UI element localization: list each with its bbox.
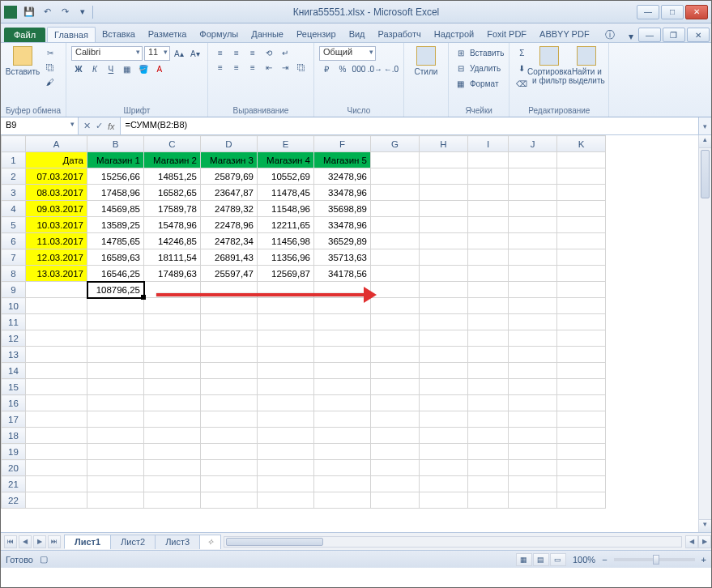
cell-I10[interactable]	[468, 298, 509, 314]
scroll-down-button[interactable]: ▾	[699, 519, 711, 532]
ribbon-tab-разработч[interactable]: Разработч	[372, 27, 428, 42]
cell-B18[interactable]	[87, 428, 144, 444]
col-header-H[interactable]: H	[420, 136, 468, 152]
ribbon-tab-вид[interactable]: Вид	[343, 27, 372, 42]
doc-minimize-button[interactable]: —	[638, 28, 661, 42]
cell-J6[interactable]	[509, 233, 557, 249]
cell-E19[interactable]	[258, 444, 314, 460]
cell-C17[interactable]	[144, 411, 201, 428]
next-sheet-button[interactable]: ▶	[33, 535, 46, 548]
cell-D10[interactable]	[201, 298, 258, 314]
cell-J5[interactable]	[509, 217, 557, 233]
cell-E20[interactable]	[258, 460, 314, 476]
cell-I7[interactable]	[468, 249, 509, 266]
cell-B7[interactable]: 16589,63	[87, 249, 144, 266]
cell-H20[interactable]	[420, 460, 468, 476]
cell-D20[interactable]	[201, 460, 258, 476]
cell-G3[interactable]	[371, 185, 420, 201]
undo-button[interactable]: ↶	[40, 5, 54, 19]
styles-button[interactable]: Стили	[409, 46, 443, 76]
cell-B5[interactable]: 13589,25	[87, 217, 144, 233]
cell-E12[interactable]	[258, 330, 314, 347]
cell-I2[interactable]	[468, 168, 509, 185]
cell-K2[interactable]	[557, 168, 606, 185]
cell-E18[interactable]	[258, 428, 314, 444]
cell-J21[interactable]	[509, 476, 557, 492]
cell-F19[interactable]	[314, 444, 371, 460]
ribbon-tab-данные[interactable]: Данные	[245, 27, 290, 42]
cell-J10[interactable]	[509, 298, 557, 314]
cell-H3[interactable]	[420, 185, 468, 201]
cell-B21[interactable]	[87, 476, 144, 492]
cell-H11[interactable]	[420, 314, 468, 330]
cell-J15[interactable]	[509, 379, 557, 395]
row-header-12[interactable]: 12	[2, 330, 26, 347]
cell-C9[interactable]	[144, 282, 201, 298]
cell-K10[interactable]	[557, 298, 606, 314]
decrease-indent-button[interactable]: ⇤	[262, 61, 276, 74]
cell-A16[interactable]	[26, 395, 87, 411]
cell-D15[interactable]	[201, 379, 258, 395]
cell-B12[interactable]	[87, 330, 144, 347]
cell-A19[interactable]	[26, 444, 87, 460]
cell-E8[interactable]: 12569,87	[258, 266, 314, 282]
cell-J8[interactable]	[509, 266, 557, 282]
sheet-tab-лист1[interactable]: Лист1	[64, 535, 111, 549]
cell-K1[interactable]	[557, 152, 606, 168]
merge-button[interactable]: ⿻	[294, 61, 309, 74]
cell-A14[interactable]	[26, 363, 87, 379]
select-all-corner[interactable]	[2, 136, 26, 152]
col-header-D[interactable]: D	[201, 136, 258, 152]
cell-C8[interactable]: 17489,63	[144, 266, 201, 282]
cell-D5[interactable]: 22478,96	[201, 217, 258, 233]
page-layout-view-button[interactable]: ▤	[533, 553, 549, 566]
row-header-18[interactable]: 18	[2, 428, 26, 444]
cell-K8[interactable]	[557, 266, 606, 282]
accept-formula-icon[interactable]: ✓	[96, 121, 103, 131]
cell-J3[interactable]	[509, 185, 557, 201]
cell-C2[interactable]: 14851,25	[144, 168, 201, 185]
cell-F2[interactable]: 32478,96	[314, 168, 371, 185]
wrap-text-button[interactable]: ↵	[278, 46, 292, 59]
ribbon-tab-вставка[interactable]: Вставка	[96, 27, 142, 42]
prev-sheet-button[interactable]: ◀	[19, 535, 32, 548]
row-header-3[interactable]: 3	[2, 185, 26, 201]
cell-F5[interactable]: 33478,96	[314, 217, 371, 233]
cell-F9[interactable]	[314, 282, 371, 298]
cell-A5[interactable]: 10.03.2017	[26, 217, 87, 233]
cell-J11[interactable]	[509, 314, 557, 330]
cell-C4[interactable]: 17589,78	[144, 201, 201, 217]
cell-H10[interactable]	[420, 298, 468, 314]
cell-D6[interactable]: 24782,34	[201, 233, 258, 249]
cell-B14[interactable]	[87, 363, 144, 379]
cell-C21[interactable]	[144, 476, 201, 492]
cell-J20[interactable]	[509, 460, 557, 476]
qat-customize[interactable]: ▾	[75, 5, 90, 19]
cell-I20[interactable]	[468, 460, 509, 476]
cell-F11[interactable]	[314, 314, 371, 330]
autosum-button[interactable]: Σ	[514, 46, 529, 59]
cell-E21[interactable]	[258, 476, 314, 492]
border-button[interactable]: ▦	[120, 62, 134, 75]
ribbon-tab-формулы[interactable]: Формулы	[193, 27, 245, 42]
cell-G9[interactable]	[371, 282, 420, 298]
cell-I13[interactable]	[468, 347, 509, 363]
cell-C15[interactable]	[144, 379, 201, 395]
cell-C16[interactable]	[144, 395, 201, 411]
cell-D4[interactable]: 24789,32	[201, 201, 258, 217]
cell-G8[interactable]	[371, 266, 420, 282]
bold-button[interactable]: Ж	[71, 62, 86, 75]
cell-D16[interactable]	[201, 395, 258, 411]
cell-E16[interactable]	[258, 395, 314, 411]
cell-E7[interactable]: 11356,96	[258, 249, 314, 266]
cell-C11[interactable]	[144, 314, 201, 330]
cell-K16[interactable]	[557, 395, 606, 411]
cell-H13[interactable]	[420, 347, 468, 363]
cell-K5[interactable]	[557, 217, 606, 233]
cell-K6[interactable]	[557, 233, 606, 249]
cell-H14[interactable]	[420, 363, 468, 379]
cell-D1[interactable]: Магазин 3	[201, 152, 258, 168]
cell-A7[interactable]: 12.03.2017	[26, 249, 87, 266]
hscroll-right-button[interactable]: ▶	[698, 535, 711, 548]
cell-I11[interactable]	[468, 314, 509, 330]
